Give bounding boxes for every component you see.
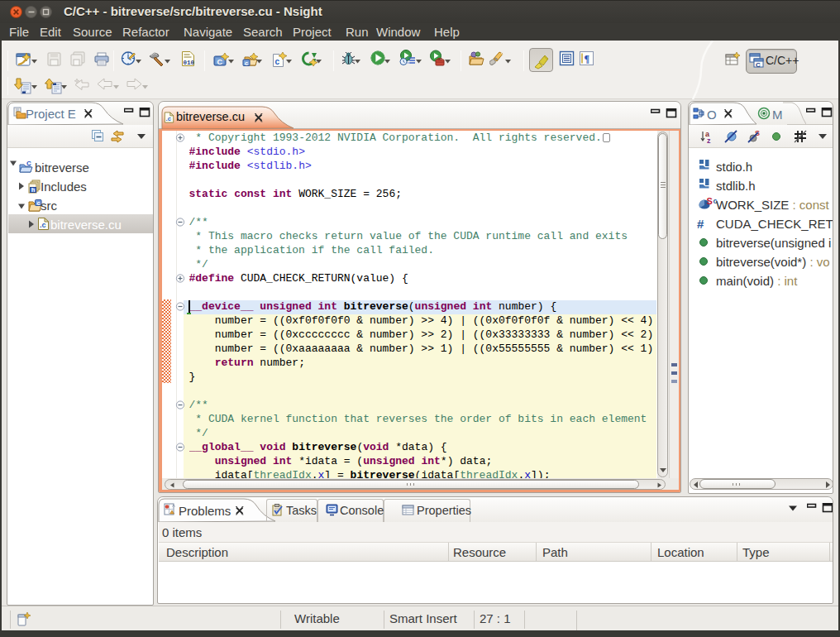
svg-text:c: c: [245, 60, 248, 67]
svg-text:c: c: [275, 57, 280, 66]
svg-text:.c: .c: [166, 115, 172, 122]
svg-text:S: S: [707, 196, 713, 206]
svg-text:010: 010: [184, 60, 195, 66]
svg-text:.c: .c: [40, 221, 46, 229]
svg-text:h: h: [31, 187, 35, 193]
svg-text:C: C: [217, 58, 223, 66]
svg-text:z: z: [707, 136, 711, 144]
svg-text:C: C: [26, 160, 31, 167]
svg-text:¶: ¶: [585, 53, 589, 65]
svg-text:C: C: [756, 61, 761, 69]
